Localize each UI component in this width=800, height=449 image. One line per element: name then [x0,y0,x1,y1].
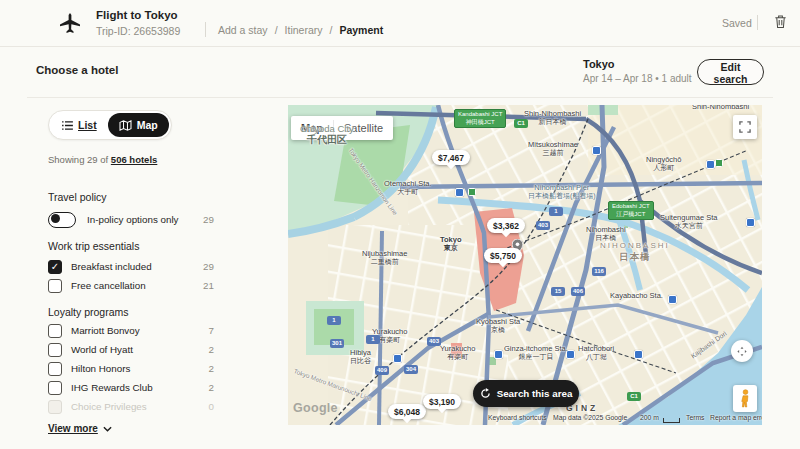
trash-icon [773,14,788,29]
hotel-price-pin[interactable]: $3,190 [423,394,461,409]
map-label-ningyocho: Ningyōchō人形町 [646,155,681,172]
in-policy-count: 29 [203,214,214,225]
delete-trip-button[interactable] [770,13,790,33]
work-trip-heading: Work trip essentials [48,240,214,252]
road-shield: 304 [404,365,418,374]
map-label-otemachi: Otemachi Sta.大手町 [384,179,432,196]
edit-search-button[interactable]: Edit search [697,59,764,85]
poi-icon [468,188,476,196]
view-toggle: List Map [48,110,172,140]
map-label-edobashi-jct: Edobashi JCT江戸橋JCT [608,201,654,220]
trip-id: Trip-ID: 26653989 [96,25,180,37]
free-cancellation-count: 21 [203,280,214,291]
map-label-mitsukoshimae: Mitsukoshimae三越前 [528,140,578,157]
ihg-checkbox[interactable] [48,381,62,395]
hotel-price-pin[interactable]: $3,362 [487,218,525,233]
marriott-filter-row[interactable]: Marriott Bonvoy 7 [48,323,214,338]
breadcrumb-separator: / [275,24,278,36]
hilton-filter-row[interactable]: Hilton Honors 2 [48,361,214,376]
breakfast-checkbox[interactable] [48,260,62,274]
poi-icon [715,159,723,167]
hotel-price-pin[interactable]: $6,048 [388,404,426,419]
ihg-filter-row[interactable]: IHG Rewards Club 2 [48,380,214,395]
in-policy-label: In-policy options only [87,214,203,225]
breakfast-label: Breakfast included [71,261,203,272]
breadcrumb-separator: / [329,24,332,36]
hilton-count: 2 [209,363,214,374]
breakfast-count: 29 [203,261,214,272]
refresh-icon [480,388,491,399]
marriott-count: 7 [209,325,214,336]
breadcrumb-add-a-stay[interactable]: Add a stay [218,24,268,36]
view-more-label: View more [48,423,98,434]
breadcrumb-itinerary[interactable]: Itinerary [285,24,323,36]
choice-checkbox [48,400,62,414]
search-this-area-button[interactable]: Search this area [473,380,579,407]
divider [205,22,206,37]
map-canvas[interactable]: Chiyoda City千代田区 Otemachi Sta.大手町 Kandab… [288,105,762,425]
list-view-label: List [78,119,97,131]
search-destination: Tokyo [583,58,615,70]
search-dates-guests: Apr 14 – Apr 18 • 1 adult [583,73,692,84]
report-map-error-link[interactable]: Report a map error [710,414,762,421]
marriott-label: Marriott Bonvoy [71,325,209,336]
metro-station-icon [634,350,643,359]
list-icon [62,121,73,130]
map-view-label: Map [137,119,158,131]
marriott-checkbox[interactable] [48,324,62,338]
hyatt-count: 2 [209,344,214,355]
saved-status: Saved [722,17,752,29]
travel-policy-heading: Travel policy [48,191,214,203]
in-policy-toggle[interactable] [48,212,76,228]
road-shield: C1 [514,119,528,128]
terms-link[interactable]: Terms [686,414,705,421]
road-shield: 15 [551,287,565,296]
road-shield: 406 [571,287,585,296]
metro-station-icon [592,146,601,155]
road-shield: 403 [536,221,550,230]
in-policy-filter-row[interactable]: In-policy options only 29 [48,212,214,227]
road-shield: 403 [427,337,441,346]
loyalty-heading: Loyalty programs [48,306,214,318]
breadcrumb-payment[interactable]: Payment [339,24,383,36]
hyatt-filter-row[interactable]: World of Hyatt 2 [48,342,214,357]
results-summary: Showing 29 of 506 hotels [48,154,214,165]
choice-count: 0 [209,401,214,412]
map-label-chiyoda: Chiyoda City千代田区 [300,123,354,146]
results-count-link[interactable]: 506 hotels [111,154,157,165]
map-label-nihombashi: Nihombashi日本橋 [586,225,626,242]
view-more-link[interactable]: View more [48,423,214,434]
pan-control-button[interactable] [731,340,753,362]
metro-station-icon [746,218,755,227]
search-this-area-label: Search this area [497,388,573,399]
hilton-checkbox[interactable] [48,362,62,376]
divider [27,97,773,98]
divider [757,15,758,30]
road-shield: 301 [330,339,344,348]
map-label-nihonbashi-district: NIHONBASHI日本橋 [600,241,670,262]
google-logo: Google [293,401,338,415]
app-window: Flight to Tokyo Trip-ID: 26653989 Add a … [0,0,800,449]
keyboard-shortcuts-link[interactable]: Keyboard shortcuts [488,414,547,421]
fullscreen-button[interactable] [733,115,757,139]
breakfast-filter-row[interactable]: Breakfast included 29 [48,259,214,274]
hotel-price-pin[interactable]: $7,467 [432,150,470,165]
map-label-ginza-itchome: Ginza-itchome Sta.銀座一丁目 [504,344,568,361]
list-view-button[interactable]: List [51,113,108,137]
pegman-streetview-button[interactable] [733,385,757,412]
free-cancellation-label: Free cancellation [71,280,203,291]
map-label-suitengumae: Suitengumae Sta水天宮前 [660,213,718,230]
scale-bar [663,418,680,423]
scale-label: 200 m [640,414,659,421]
hotel-price-pin[interactable]: $5,750 [484,248,522,263]
map-label-hatchobori: Hatchobori八丁堀 [578,344,614,361]
chevron-down-icon [103,426,112,432]
page-title: Choose a hotel [36,64,118,76]
hyatt-checkbox[interactable] [48,343,62,357]
fullscreen-icon [739,121,751,133]
map-label-hibiya: Hibiya日比谷 [350,348,371,365]
map-view-button[interactable]: Map [108,113,169,137]
metro-station-icon [393,354,402,363]
free-cancellation-filter-row[interactable]: Free cancellation 21 [48,278,214,293]
free-cancellation-checkbox[interactable] [48,279,62,293]
